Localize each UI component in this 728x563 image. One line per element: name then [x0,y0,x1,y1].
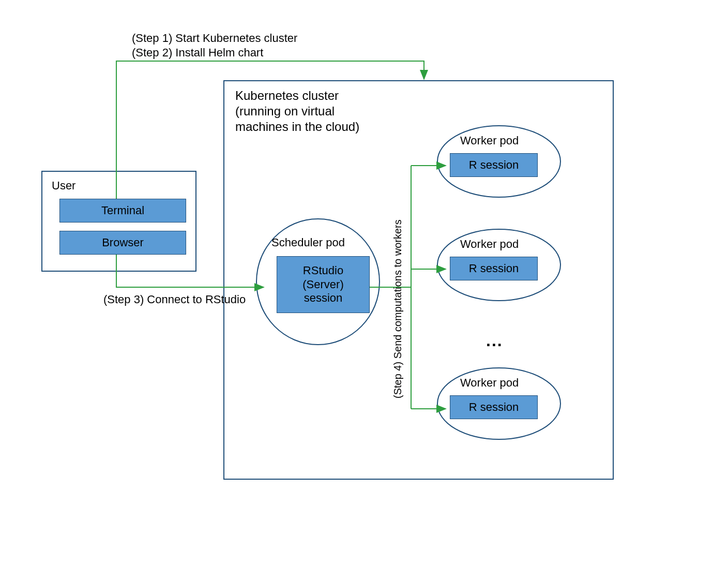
worker-title-2: Worker pod [460,237,519,251]
browser-node: Browser [59,231,186,255]
cluster-title: Kubernetes cluster (running on virtual m… [235,88,359,135]
step3-label: (Step 3) Connect to RStudio [103,292,246,307]
worker-session-1: R session [450,153,538,177]
diagram-canvas: User Terminal Browser Kubernetes cluster… [0,0,728,563]
step4-label: (Step 4) Send computations to workers [392,219,404,398]
terminal-node: Terminal [59,199,186,223]
worker-session-2: R session [450,257,538,280]
ellipsis-icon: ... [486,331,503,350]
step1-label: (Step 1) Start Kubernetes cluster [132,31,297,46]
scheduler-session: RStudio (Server) session [277,256,370,313]
worker-title-3: Worker pod [460,376,519,390]
scheduler-title: Scheduler pod [271,235,345,250]
worker-title-1: Worker pod [460,134,519,148]
user-title: User [52,179,75,193]
step2-label: (Step 2) Install Helm chart [132,46,263,60]
worker-session-3: R session [450,395,538,419]
